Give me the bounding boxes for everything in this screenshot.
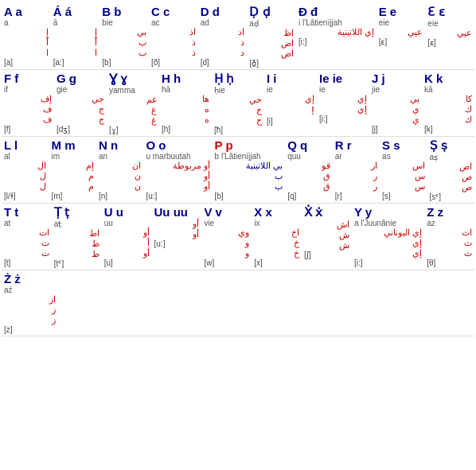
arabic-mid: ج — [57, 104, 104, 115]
letter-header: Ie ie — [319, 72, 367, 85]
letter-header: Ḍ ḍ — [249, 5, 294, 19]
arabic-mid: ل — [4, 171, 46, 181]
arabic-form: ات — [4, 227, 49, 238]
arabic-mid: ص — [430, 172, 472, 182]
sub-label: ix — [254, 219, 299, 227]
letter-header: J j — [372, 72, 419, 85]
arabic-form: إي اللاتينية — [298, 27, 374, 37]
cell-Tt: T t at ات ت ت [t] — [2, 204, 52, 270]
cell-Zz2: Ż ż aż از ز ز [z] — [2, 270, 58, 336]
arabic-mid: د — [201, 37, 245, 48]
cell-Pp: P p b l'Lâtienïjjah بي اللاتينية ب ب [b] — [213, 137, 286, 203]
sub-label: ie — [267, 85, 314, 94]
phonetic: [ð] — [151, 58, 196, 67]
phonetic: [ɛ] — [379, 37, 423, 46]
phonetic: [k] — [424, 125, 472, 134]
letter-header: Ẋ ẋ — [304, 205, 349, 219]
arabic-mid: ز — [4, 305, 56, 315]
sub-label: ac — [151, 18, 196, 27]
sub-label: a — [4, 18, 49, 27]
phonetic: [θ] — [427, 258, 472, 267]
arabic-low: ث — [427, 248, 472, 258]
alphabet-row-4: Ż ż aż از ز ز [z] — [2, 270, 474, 336]
arabic-form: إِ — [53, 27, 98, 37]
letter-header: N n — [99, 138, 141, 152]
arabic-low: ق — [287, 181, 330, 192]
sub-label: if — [4, 85, 52, 94]
cell-Aa: A a a إِ أ ا [a] — [2, 3, 51, 69]
arabic-form: اظ — [249, 28, 294, 38]
arabic-low: ب — [215, 181, 283, 192]
cell-Qq: Q q quu قو ق ق [q] — [285, 137, 332, 203]
sub-label: ad — [201, 18, 245, 27]
arabic-mid: ! — [267, 104, 314, 117]
arabic-mid: س — [382, 171, 424, 181]
cell-Nn: N n an ان ن ن [n] — [96, 137, 143, 203]
cell-Tt2: Ṭ ṭ aṭ اط ط ط [tˤ] — [52, 204, 102, 270]
letter-header: Ṭ ṭ — [54, 205, 99, 219]
arabic-low: اض — [249, 49, 294, 59]
arabic-form: اش — [304, 219, 349, 230]
arabic-form: غم — [109, 95, 157, 105]
arabic-mid: ط — [54, 239, 99, 249]
arabic-mid: ق — [287, 171, 330, 181]
cell-Rr: R r ar ار ر ر [r] — [333, 137, 380, 203]
phonetic: [f] — [4, 125, 52, 134]
arabic-form: إف — [4, 94, 52, 104]
letter-header: A a — [4, 5, 49, 18]
phonetic: [n] — [99, 192, 141, 200]
cell-Dd: D d ad اد د د [d] — [198, 3, 248, 69]
cell-Ie: Ie ie ie إي إي [i:] — [317, 70, 369, 136]
arabic-mid: ن — [99, 171, 141, 181]
arabic-form: إي — [267, 94, 314, 104]
arabic-low: ي — [372, 115, 419, 125]
phonetic: [sˤ] — [430, 192, 472, 201]
letter-header: T t — [4, 205, 49, 219]
phonetic: [j] — [372, 125, 419, 134]
arabic-mid: إي — [354, 238, 422, 248]
cell-Xx: X x ix اخ خ خ [x] — [252, 204, 302, 270]
phonetic: [s] — [382, 192, 424, 200]
phonetic: [m] — [51, 192, 93, 200]
phonetic: [t] — [4, 258, 49, 267]
cell-Yy2: Y y a l'Juunânie إي اليوناني إي إي [i:] — [352, 204, 424, 270]
sub-label: eie — [379, 18, 423, 27]
arabic-mid: ح — [214, 105, 262, 115]
alphabet-row-2: L l al ال ل ل [l/ɫ] M m im إم م م [m] N … — [2, 137, 474, 204]
letter-header: Ḥ ḥ — [214, 72, 262, 86]
arabic-form: إِ — [4, 27, 49, 37]
phonetic: [ɣ] — [109, 126, 157, 134]
letter-header: Á á — [53, 5, 98, 18]
phonetic: [u:] — [154, 239, 200, 248]
arabic-form: بي اللاتينية — [215, 161, 283, 171]
cell-Bb: B b bie بي ب ب [b] — [99, 3, 149, 69]
phonetic: [z] — [4, 325, 56, 334]
arabic-low: د — [201, 48, 245, 58]
letter-header: P p — [215, 138, 283, 152]
sub-label: quu — [287, 152, 330, 161]
arabic-low: ل — [4, 181, 46, 192]
sub-label: aż — [4, 285, 56, 294]
arabic-low: م — [51, 181, 93, 192]
sub-label: hā — [162, 85, 209, 94]
phonetic: [ð̤] — [249, 59, 294, 68]
arabic-mid: ر — [335, 171, 377, 181]
arabic-mid: ش — [304, 230, 349, 240]
letter-header: E e — [379, 5, 423, 18]
phonetic: [i:] — [298, 37, 374, 46]
phonetic: [dʒ] — [57, 125, 104, 134]
cell-Cc: C c ac اذ ذ ذ [ð] — [149, 3, 198, 69]
phonetic: [h] — [162, 125, 209, 134]
phonetic: [w] — [204, 258, 249, 267]
phonetic: [b] — [215, 192, 283, 200]
letter-header: C c — [151, 5, 196, 18]
sub-label: ḥie — [214, 86, 262, 95]
sub-label: at — [4, 219, 49, 227]
arabic-low: أو — [146, 181, 209, 192]
arabic-form: كا — [424, 94, 472, 104]
arabic-form: أو مربوطة — [146, 161, 209, 171]
sub-label: aṣ — [430, 153, 472, 161]
arabic-mid: م — [51, 171, 93, 181]
arabic-form: وي — [204, 227, 249, 238]
cell-Uu: U u uu أو أ أو [u] — [102, 204, 152, 270]
